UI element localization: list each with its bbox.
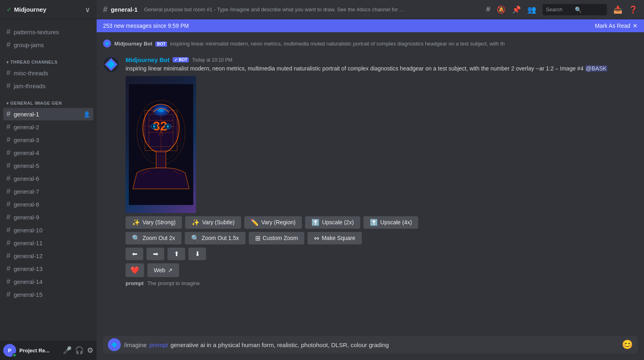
- arrow-down-button[interactable]: ⬇: [188, 248, 206, 260]
- prompt-hint: prompt The prompt to imagine: [97, 278, 644, 289]
- upscale-icon: ⬆️: [370, 219, 378, 226]
- hash-icon: #: [6, 28, 10, 36]
- web-button[interactable]: Web ↗: [147, 263, 179, 277]
- upscale-4x-label: Upscale (4x): [380, 219, 412, 226]
- action-buttons-row1: ✨ Vary (Strong) ✨ Vary (Subtle) ✏️ Vary …: [126, 216, 638, 229]
- sidebar-item-general-9[interactable]: # general-9: [3, 211, 93, 223]
- microphone-icon[interactable]: 🎤: [63, 346, 72, 355]
- custom-zoom-button[interactable]: ⊞ Custom Zoom: [249, 232, 305, 244]
- hash-icon: #: [6, 174, 10, 183]
- hash-icon: #: [6, 187, 10, 196]
- vary-subtle-button[interactable]: ✨ Vary (Subtle): [185, 216, 241, 229]
- sidebar-item-general-7[interactable]: # general-7: [3, 185, 93, 198]
- sidebar-item-general-3[interactable]: # general-3: [3, 134, 93, 146]
- zoom-out-15x-button[interactable]: 🔍 Zoom Out 1.5x: [185, 232, 246, 244]
- ai-image: 32: [126, 76, 196, 213]
- settings-icon[interactable]: ⚙: [87, 346, 93, 355]
- server-name: Midjourney: [14, 6, 85, 13]
- headphones-icon[interactable]: 🎧: [75, 346, 84, 355]
- sidebar-item-general-11[interactable]: # general-11: [3, 237, 93, 249]
- vary-strong-button[interactable]: ✨ Vary (Strong): [126, 216, 182, 229]
- inbox-icon[interactable]: 📥: [613, 5, 622, 14]
- sidebar-item-general-4[interactable]: # general-4: [3, 147, 93, 159]
- help-icon[interactable]: ❓: [629, 5, 638, 14]
- bot-preview-author: Midjourney Bot: [114, 41, 153, 47]
- message-text-input[interactable]: [170, 341, 619, 348]
- main-content: # general-1 General purpose bot room #1 …: [97, 0, 644, 360]
- message-timestamp: Today at 10:10 PM: [192, 57, 232, 63]
- vary-subtle-label: Vary (Subtle): [202, 219, 235, 226]
- avatar: P: [3, 344, 16, 357]
- channel-label: general-8: [14, 201, 39, 208]
- user-info: Project Re...: [19, 348, 60, 354]
- search-icon: 🔍: [575, 6, 604, 13]
- upscale-2x-button[interactable]: ⬆️ Upscale (2x): [305, 216, 360, 229]
- bell-muted-icon[interactable]: 🔕: [497, 5, 506, 14]
- channel-label: patterns-textures: [14, 29, 59, 35]
- message-text: inspiring linear minimalist modern, neon…: [126, 65, 554, 72]
- pin-icon[interactable]: 📌: [512, 5, 521, 14]
- username: Project Re...: [19, 348, 60, 354]
- thread-channels-category[interactable]: ▾ THREAD CHANNELS: [3, 58, 93, 66]
- sidebar-item-general-5[interactable]: # general-5: [3, 159, 93, 172]
- topbar-channel-name: general-1: [111, 6, 138, 13]
- new-messages-text: 253 new messages since 9:59 PM: [103, 23, 189, 29]
- user-controls: 🎤 🎧 ⚙: [63, 346, 93, 355]
- sidebar-item-general-6[interactable]: # general-6: [3, 172, 93, 185]
- square-icon: ⇔: [314, 234, 319, 242]
- sidebar-item-general-8[interactable]: # general-8: [3, 198, 93, 211]
- sidebar-item-misc-threads[interactable]: # misc-threads: [3, 67, 93, 79]
- channel-label: general-10: [14, 227, 43, 234]
- sidebar-item-group-jams[interactable]: # group-jams: [3, 39, 93, 51]
- search-bar[interactable]: Search 🔍: [543, 4, 607, 15]
- external-link-icon: ↗: [168, 267, 173, 273]
- arrow-right-button[interactable]: ➡: [147, 248, 164, 260]
- image-label: Image #4: [560, 65, 583, 72]
- person-icon: 👤: [83, 111, 90, 118]
- sidebar-channels-section: # patterns-textures # group-jams: [0, 26, 97, 52]
- sidebar-item-patterns-textures[interactable]: # patterns-textures: [3, 26, 93, 38]
- zoom-out-2x-label: Zoom Out 2x: [142, 235, 175, 241]
- svg-point-16: [153, 125, 155, 128]
- sidebar-item-general-14[interactable]: # general-14: [3, 275, 93, 288]
- mark-as-read-label: Mark As Read: [595, 23, 630, 29]
- zoom-out-2x-button[interactable]: 🔍 Zoom Out 2x: [126, 232, 182, 244]
- sidebar-item-general-13[interactable]: # general-13: [3, 263, 93, 275]
- general-image-gen-category[interactable]: ▾ GENERAL IMAGE GEN: [3, 99, 93, 107]
- sidebar-item-general-12[interactable]: # general-12: [3, 250, 93, 262]
- collapse-icon: ▾: [6, 101, 9, 106]
- arrow-up-button[interactable]: ⬆: [167, 248, 185, 260]
- make-square-button[interactable]: ⇔ Make Square: [308, 232, 361, 244]
- mark-as-read-button[interactable]: Mark As Read ✕: [595, 23, 638, 29]
- channel-label: general-9: [14, 214, 39, 221]
- messages-area: Midjourney Bot BOT inspiring linear mini…: [97, 32, 644, 333]
- mention[interactable]: @BASK: [585, 65, 608, 72]
- sidebar-item-general-2[interactable]: # general-2: [3, 121, 93, 133]
- sidebar-item-general-10[interactable]: # general-10: [3, 224, 93, 236]
- sidebar-item-jam-threads[interactable]: # jam-threads: [3, 80, 93, 92]
- collapse-icon: ▾: [6, 60, 9, 64]
- channel-label: general-4: [14, 149, 39, 156]
- members-icon[interactable]: 👥: [527, 5, 536, 14]
- sidebar-item-general-15[interactable]: # general-15: [3, 288, 93, 301]
- arrow-left-button[interactable]: ⬅: [126, 248, 143, 260]
- server-header[interactable]: ✓ Midjourney ∨: [0, 0, 97, 19]
- bot-preview-row: Midjourney Bot BOT inspiring linear mini…: [97, 39, 644, 48]
- vary-region-button[interactable]: ✏️ Vary (Region): [244, 216, 302, 229]
- svg-point-17: [167, 125, 169, 128]
- zoom-icon: 🔍: [132, 234, 140, 242]
- emoji-button[interactable]: 😊: [622, 339, 633, 350]
- topbar-description: General purpose bot room #1 - Type /imag…: [144, 6, 483, 12]
- hashtag-icon[interactable]: #: [486, 5, 490, 14]
- vary-region-label: Vary (Region): [261, 219, 295, 226]
- heart-reaction-button[interactable]: ❤️: [126, 263, 144, 277]
- bot-label: BOT: [179, 58, 187, 62]
- pen-icon: ✏️: [251, 219, 259, 226]
- hash-icon: #: [6, 226, 10, 234]
- checkmark-icon: ✕: [633, 23, 638, 29]
- upscale-4x-button[interactable]: ⬆️ Upscale (4x): [363, 216, 419, 229]
- sidebar-item-general-1[interactable]: # general-1 👤: [3, 108, 93, 120]
- channel-label: general-13: [14, 265, 43, 272]
- new-messages-banner[interactable]: 253 new messages since 9:59 PM Mark As R…: [97, 19, 644, 32]
- message-content: inspiring linear minimalist modern, neon…: [126, 65, 638, 73]
